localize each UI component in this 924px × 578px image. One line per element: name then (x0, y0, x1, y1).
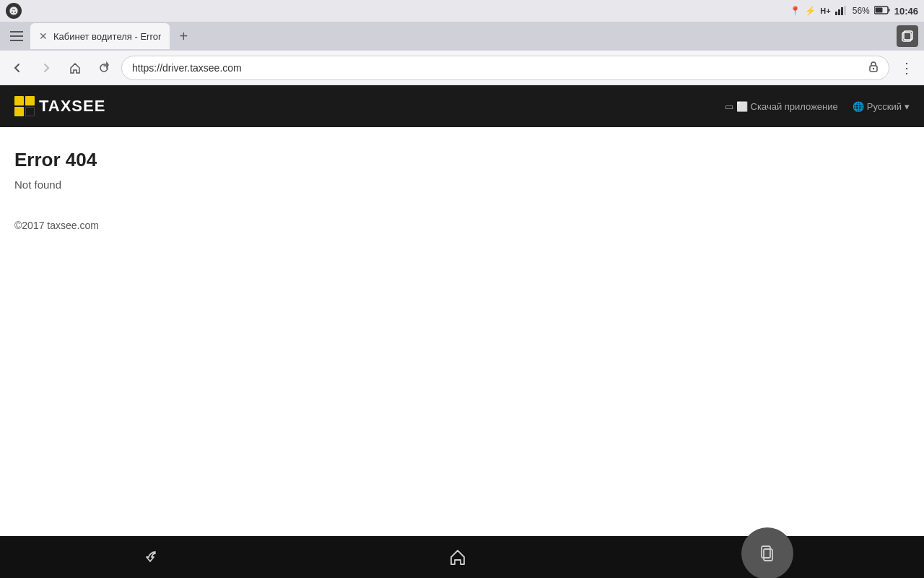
language-selector[interactable]: 🌐 Русский ▾ (853, 101, 910, 112)
svg-rect-6 (844, 6, 846, 15)
reload-button[interactable] (92, 56, 116, 79)
bluetooth-icon: ⚡ (805, 6, 816, 16)
svg-point-0 (9, 7, 18, 15)
hamburger-menu-button[interactable] (6, 25, 27, 47)
svg-rect-4 (838, 9, 840, 15)
url-text: https://driver.taxsee.com (132, 62, 863, 74)
svg-rect-15 (764, 549, 772, 561)
logo-grid-icon (14, 96, 35, 116)
taxsee-logo[interactable]: TAXSEE (14, 96, 105, 116)
download-app-link[interactable]: ▭ ⬜ Скачай приложение (725, 101, 838, 112)
svg-rect-14 (762, 546, 770, 558)
bottom-nav-bar (0, 536, 924, 578)
tab-close-button[interactable]: ✕ (39, 30, 48, 42)
tab-counter[interactable] (897, 25, 918, 47)
copyright-text: ©2017 taxsee.com (14, 220, 910, 231)
phone-icon: ▭ (725, 101, 733, 112)
recents-nav-button[interactable] (741, 527, 793, 578)
battery-icon (874, 6, 890, 17)
globe-icon: 🌐 (853, 101, 864, 112)
status-bar: 📍 ⚡ H+ 56% 10:46 (0, 0, 924, 22)
active-tab[interactable]: ✕ Кабинет водителя - Error (30, 23, 170, 49)
time: 10:46 (894, 6, 918, 17)
address-field[interactable]: https://driver.taxsee.com (121, 56, 889, 80)
browser-tabs-bar: ✕ Кабинет водителя - Error + (0, 22, 924, 51)
language-label: Русский (867, 101, 902, 112)
address-bar-row: https://driver.taxsee.com ⋮ (0, 51, 924, 85)
forward-button[interactable] (35, 56, 58, 79)
site-header: TAXSEE ▭ ⬜ Скачай приложение 🌐 Русский ▾ (0, 85, 924, 127)
svg-rect-3 (835, 12, 837, 15)
waze-icon (6, 3, 22, 19)
hd-icon: H+ (820, 7, 830, 15)
dropdown-arrow-icon: ▾ (905, 101, 910, 112)
page-content: Error 404 Not found ©2017 taxsee.com (0, 127, 924, 253)
svg-rect-9 (875, 7, 882, 12)
svg-point-1 (12, 12, 13, 13)
svg-rect-5 (841, 7, 843, 15)
back-nav-button[interactable] (131, 542, 174, 572)
browser-more-button[interactable]: ⋮ (895, 56, 918, 79)
home-button[interactable] (64, 56, 87, 79)
back-button[interactable] (6, 56, 29, 79)
svg-point-2 (14, 12, 16, 13)
download-app-label: ⬜ Скачай приложение (736, 101, 838, 112)
logo-text: TAXSEE (39, 97, 105, 116)
tab-title: Кабинет водителя - Error (53, 31, 161, 42)
error-subtitle: Not found (14, 178, 910, 191)
new-tab-button[interactable]: + (173, 25, 194, 47)
lock-icon (868, 61, 879, 74)
svg-point-13 (873, 68, 874, 69)
error-heading: Error 404 (14, 149, 910, 171)
status-bar-indicators: 📍 ⚡ H+ 56% 10:46 (790, 5, 918, 17)
header-right: ▭ ⬜ Скачай приложение 🌐 Русский ▾ (725, 101, 910, 112)
signal-strength (835, 5, 848, 17)
home-nav-button[interactable] (436, 542, 479, 572)
battery-percent: 56% (853, 6, 870, 16)
svg-rect-8 (888, 9, 889, 12)
location-icon: 📍 (790, 6, 801, 16)
